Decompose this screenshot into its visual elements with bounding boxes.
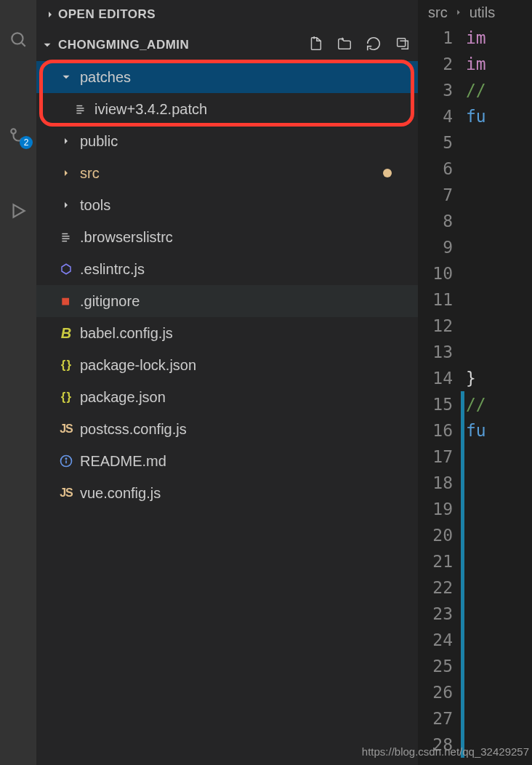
svg-point-0	[12, 33, 23, 44]
file-label: .gitignore	[76, 293, 140, 310]
file-label: package.json	[76, 389, 166, 406]
line-number: 26	[418, 679, 453, 705]
line-number: 1	[418, 25, 453, 51]
breadcrumb-item[interactable]: utils	[469, 4, 496, 21]
git-icon: ◆	[54, 289, 78, 313]
code-token: fu	[466, 421, 486, 440]
file-vue-config[interactable]: JS vue.config.js	[36, 477, 418, 509]
chevron-right-icon	[57, 199, 76, 211]
line-number: 20	[418, 522, 453, 548]
js-icon: JS	[57, 486, 76, 500]
file-text-icon	[71, 103, 90, 116]
project-header[interactable]: CHONGMING_ADMIN	[36, 29, 418, 61]
project-actions	[307, 36, 418, 55]
file-label: package-lock.json	[76, 357, 196, 374]
chevron-right-icon	[454, 4, 464, 21]
code-token: //	[466, 81, 486, 100]
svg-marker-4	[14, 204, 25, 217]
file-text-icon	[57, 231, 76, 244]
chevron-down-icon	[36, 39, 58, 52]
line-number: 24	[418, 627, 453, 653]
file-babel-config[interactable]: B babel.config.js	[36, 317, 418, 349]
modified-dot-icon	[383, 169, 392, 177]
folder-tools[interactable]: tools	[36, 189, 418, 221]
line-number: 23	[418, 601, 453, 627]
line-number: 16	[418, 417, 453, 444]
line-number: 7	[418, 182, 453, 208]
new-folder-icon[interactable]	[336, 36, 352, 55]
scm-badge: 2	[20, 136, 33, 149]
line-number: 14	[418, 365, 453, 391]
code-token: }	[466, 369, 476, 388]
line-number: 2	[418, 51, 453, 77]
breadcrumb-item[interactable]: src	[428, 4, 448, 21]
open-editors-header[interactable]: OPEN EDITORS	[36, 0, 418, 29]
chevron-right-icon	[57, 135, 76, 147]
file-browserslistrc[interactable]: .browserslistrc	[36, 221, 418, 253]
folder-public[interactable]: public	[36, 125, 418, 157]
line-number: 18	[418, 470, 453, 496]
code-token: im	[466, 28, 486, 47]
line-number: 6	[418, 156, 453, 182]
file-label: README.md	[76, 453, 166, 470]
line-gutter: 1 2 3 4 5 6 7 8 9 10 11 12 13 14 15 16 1…	[418, 25, 466, 765]
line-number: 15	[418, 391, 453, 417]
info-icon	[57, 454, 76, 468]
line-number: 10	[418, 260, 453, 287]
folder-label: tools	[76, 197, 110, 214]
folder-src[interactable]: src	[36, 157, 418, 189]
activity-bar: 2	[0, 0, 36, 765]
chevron-down-icon	[57, 71, 76, 84]
svg-point-2	[11, 129, 16, 134]
new-file-icon[interactable]	[307, 36, 323, 55]
file-package-json[interactable]: { } package.json	[36, 381, 418, 413]
line-number: 8	[418, 208, 453, 234]
refresh-icon[interactable]	[366, 36, 382, 55]
svg-rect-5	[398, 38, 406, 46]
debug-icon[interactable]	[8, 201, 28, 221]
project-name: CHONGMING_ADMIN	[58, 38, 189, 52]
svg-point-17	[65, 458, 66, 459]
chevron-right-icon	[57, 167, 76, 179]
file-label: .eslintrc.js	[76, 261, 145, 278]
collapse-all-icon[interactable]	[395, 36, 411, 55]
line-number: 4	[418, 103, 453, 129]
file-eslintrc[interactable]: .eslintrc.js	[36, 253, 418, 285]
explorer-sidebar: OPEN EDITORS CHONGMING_ADMIN	[36, 0, 418, 765]
babel-icon: B	[57, 325, 76, 342]
line-number: 27	[418, 705, 453, 732]
watermark: https://blog.csdn.net/qq_32429257	[362, 745, 529, 758]
line-number: 11	[418, 287, 453, 313]
file-label: .browserslistrc	[76, 229, 173, 246]
code-token: fu	[466, 107, 486, 126]
code-token: //	[466, 395, 486, 414]
source-control-icon[interactable]: 2	[8, 126, 28, 146]
file-postcss-config[interactable]: JS postcss.config.js	[36, 413, 418, 445]
line-number: 25	[418, 653, 453, 679]
file-gitignore[interactable]: ◆ .gitignore	[36, 285, 418, 317]
editor-body[interactable]: 1 2 3 4 5 6 7 8 9 10 11 12 13 14 15 16 1…	[418, 25, 532, 765]
code-token: im	[466, 55, 486, 73]
folder-label: patches	[76, 69, 131, 86]
search-icon[interactable]	[8, 29, 28, 49]
line-number: 17	[418, 444, 453, 470]
line-number: 22	[418, 574, 453, 601]
breadcrumbs[interactable]: src utils	[418, 0, 532, 25]
svg-marker-14	[62, 264, 70, 274]
file-label: babel.config.js	[76, 325, 173, 342]
eslint-icon	[57, 263, 76, 276]
line-number: 21	[418, 548, 453, 574]
line-number: 5	[418, 129, 453, 156]
folder-label: src	[76, 165, 100, 182]
json-icon: { }	[57, 358, 76, 372]
file-patch[interactable]: iview+3.4.2.patch	[36, 93, 418, 125]
file-readme[interactable]: README.md	[36, 445, 418, 477]
file-tree: patches iview+3.4.2.patch public src	[36, 61, 418, 509]
editor-code[interactable]: im im // fu } // fu	[466, 25, 532, 765]
folder-patches[interactable]: patches	[36, 61, 418, 93]
json-icon: { }	[57, 390, 76, 404]
file-package-lock[interactable]: { } package-lock.json	[36, 349, 418, 381]
file-label: vue.config.js	[76, 485, 161, 502]
line-number: 9	[418, 234, 453, 260]
editor-pane: src utils 1 2 3 4 5 6 7 8 9 10 11 12 13 …	[418, 0, 532, 765]
